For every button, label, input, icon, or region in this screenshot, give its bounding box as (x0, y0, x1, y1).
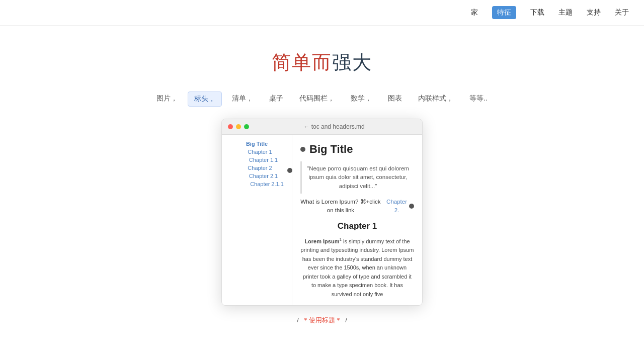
tab-headers[interactable]: 标头， (188, 92, 222, 107)
big-title-heading: Big Title (300, 141, 414, 157)
traffic-light-yellow[interactable] (236, 124, 241, 129)
nav-home[interactable]: 家 (471, 8, 478, 17)
traffic-light-green[interactable] (244, 124, 249, 129)
nav-about[interactable]: 关于 (615, 8, 629, 17)
toc-item-chapter1-1[interactable]: Chapter 1.1 (222, 156, 292, 164)
footer-slash-right: / (345, 316, 347, 324)
app-window: ← toc and headers.md Big Title Chapter 1… (221, 119, 423, 306)
tab-more[interactable]: 等等.. (463, 92, 494, 107)
toc-sidebar: Big Title Chapter 1 Chapter 1.1 Chapter … (222, 135, 292, 305)
link-circle-indicator (409, 204, 414, 209)
toc-circle-indicator (287, 168, 292, 173)
window-titlebar: ← toc and headers.md (222, 119, 422, 135)
top-nav: 家 特征 下载 主题 支持 关于 (0, 0, 644, 26)
window-title: ← toc and headers.md (252, 123, 416, 130)
tab-images[interactable]: 图片， (150, 92, 184, 107)
window-main-content: Big Title "Neque porro quisquam est qui … (292, 135, 422, 305)
link-line: What is Lorem Ipsum? ⌘+click on this lin… (300, 198, 414, 215)
chapter2-link[interactable]: Chapter 2. (386, 198, 407, 215)
footer: / ＊使用标题＊ / (0, 306, 644, 325)
tab-tables[interactable]: 桌子 (263, 92, 289, 107)
lorem-ipsum-label: Lorem Ipsum (304, 238, 339, 244)
window-body: Big Title Chapter 1 Chapter 1.1 Chapter … (222, 135, 422, 305)
tab-charts[interactable]: 图表 (382, 92, 408, 107)
nav-themes[interactable]: 主题 (558, 8, 573, 17)
tab-inline[interactable]: 内联样式， (412, 92, 459, 107)
blockquote: "Neque porro quisquam est qui dolorem ip… (300, 161, 414, 194)
nav-features[interactable]: 特征 (492, 6, 516, 19)
lorem-paragraph: Lorem Ipsum1 is simply dummy text of the… (300, 237, 414, 299)
nav-download[interactable]: 下载 (530, 8, 544, 17)
hero-title: 简单而强大 (0, 50, 644, 75)
link-line-text: What is Lorem Ipsum? ⌘+click on this lin… (300, 198, 381, 215)
toc-item-chapter1[interactable]: Chapter 1 (222, 148, 292, 156)
traffic-light-red[interactable] (228, 124, 233, 129)
hero-section: 简单而强大 图片， 标头， 清单， 桌子 代码围栏， 数学， 图表 内联样式， … (0, 26, 644, 306)
tab-math[interactable]: 数学， (345, 92, 378, 107)
big-title-dot (300, 147, 305, 152)
tab-codefence[interactable]: 代码围栏， (293, 92, 341, 107)
footer-slash-left: / (297, 316, 299, 324)
chapter1-heading: Chapter 1 (300, 220, 414, 233)
lorem-body: is simply dummy text of the printing and… (301, 238, 414, 297)
feature-tabs: 图片， 标头， 清单， 桌子 代码围栏， 数学， 图表 内联样式， 等等.. (0, 92, 644, 107)
toc-item-chapter2-1[interactable]: Chapter 2.1 (222, 172, 292, 180)
nav-support[interactable]: 支持 (587, 8, 601, 17)
toc-item-bigtitle[interactable]: Big Title (222, 140, 292, 148)
tab-lists[interactable]: 清单， (226, 92, 259, 107)
toc-item-chapter2[interactable]: Chapter 2 (222, 164, 292, 172)
footer-highlight: ＊使用标题＊ (302, 316, 342, 324)
toc-item-chapter2-1-1[interactable]: Chapter 2.1.1 (222, 180, 292, 188)
